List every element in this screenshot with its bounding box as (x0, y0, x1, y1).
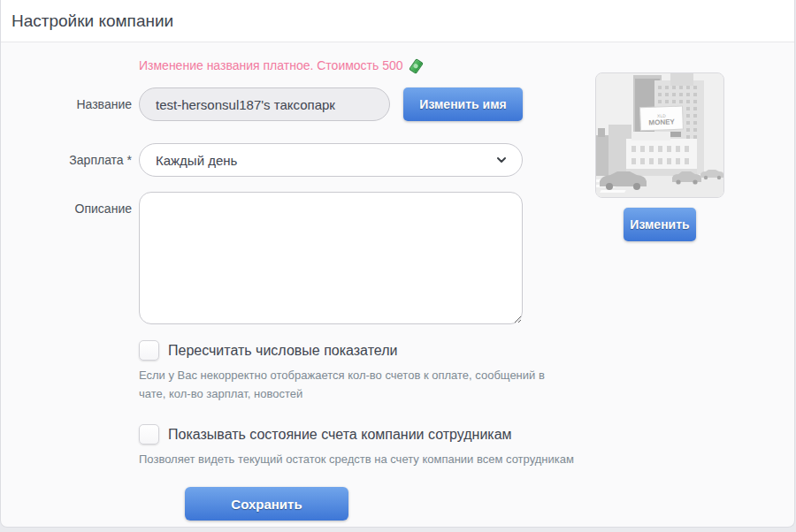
description-textarea[interactable] (139, 192, 523, 324)
rename-cost-notice: Изменение названия платное. Стоимость 50… (139, 58, 423, 72)
show-balance-checkbox-label[interactable]: Показывать состояние счета компании сотр… (168, 427, 512, 443)
description-label: Описание (1, 201, 132, 216)
card-header: Настройки компании (1, 0, 794, 42)
salary-select-value: Каждый день (156, 153, 495, 168)
chevron-down-icon (495, 154, 508, 166)
recalculate-checkbox-label[interactable]: Пересчитать числовые показатели (168, 343, 397, 359)
show-balance-checkbox[interactable] (139, 424, 159, 445)
recalculate-checkbox[interactable] (139, 340, 159, 361)
name-label: Название (1, 87, 132, 121)
salary-select[interactable]: Каждый день (139, 143, 523, 177)
change-name-button[interactable]: Изменить имя (403, 87, 523, 121)
page-title: Настройки компании (11, 11, 784, 31)
settings-form: Изменение названия платное. Стоимость 50… (1, 42, 794, 527)
show-balance-helper-text: Позволяет видеть текущий остаток средств… (139, 450, 599, 468)
rename-cost-text: Изменение названия платное. Стоимость 50… (139, 58, 403, 72)
change-photo-button[interactable]: Изменить (624, 208, 696, 241)
building-photo-illustration: XLD MONEY (596, 73, 723, 197)
billboard-text: MONEY (648, 118, 675, 126)
save-button[interactable]: Сохранить (185, 487, 348, 521)
company-settings-card: Настройки компании Изменение названия пл… (0, 0, 795, 528)
company-photo: XLD MONEY (595, 72, 724, 198)
salary-label: Зарплата * (1, 143, 132, 177)
banknote-icon (409, 58, 424, 74)
recalculate-helper-text: Если у Вас некорректно отображается кол-… (139, 366, 550, 403)
company-name-input[interactable] (139, 87, 390, 121)
